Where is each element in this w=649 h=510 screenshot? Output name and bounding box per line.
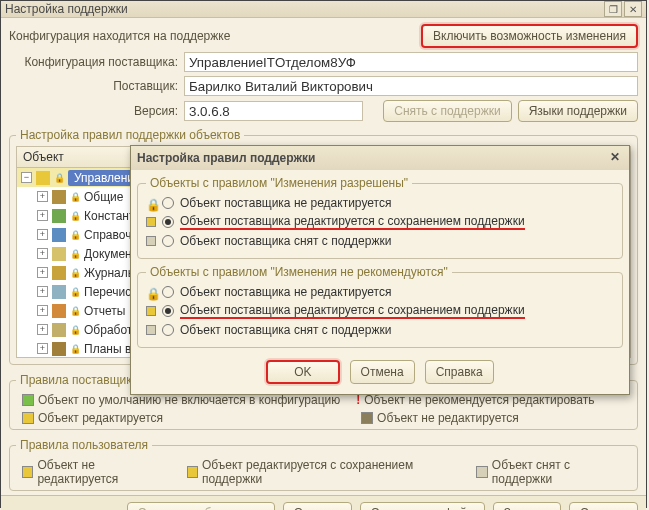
g1-opt3[interactable]: Объект поставщика снят с поддержки [146,232,614,250]
g2-opt3[interactable]: Объект поставщика снят с поддержки [146,321,614,339]
allowed-changes-group: Объекты с правилом "Изменения разрешены"… [137,176,623,259]
g2-opt2[interactable]: Объект поставщика редактируется с сохран… [146,301,614,321]
lock-icon: 🔒 [70,230,80,240]
titlebar: Настройка поддержки ❐ ✕ [1,1,646,18]
lock-icon: 🔒 [70,325,80,335]
tree-row-label: Отчеты [84,304,125,318]
radio-icon[interactable] [162,235,174,247]
vendor-config-field[interactable] [184,52,638,72]
report-icon [52,304,66,318]
doc-icon [52,247,66,261]
user-rules-legend: Правила пользователя [16,438,152,452]
version-label: Версия: [9,104,184,118]
g2-opt3-label: Объект поставщика снят с поддержки [180,323,391,337]
vendor-rules-legend: Правила поставщика [16,373,142,387]
g2-opt1-label: Объект поставщика не редактируется [180,285,391,299]
rules-group-legend: Настройка правил поддержки объектов [16,128,244,142]
grid-green-icon [52,209,66,223]
not-recommended-legend: Объекты с правилом "Изменения не рекомен… [146,265,452,279]
remove-support-button[interactable]: Снять с поддержки [383,100,511,122]
cube-yellow-icon [146,306,156,316]
vendor-rule-0: Объект по умолчанию не включается в конф… [38,393,340,407]
lock-icon: 🔒 [70,249,80,259]
g1-opt1[interactable]: 🔒 Объект поставщика не редактируется [146,194,614,212]
gear-icon [52,190,66,204]
help-button[interactable]: Справка [569,502,638,510]
lock-icon: 🔒 [146,287,156,297]
compare-merge-button[interactable]: Сравнить, объединить [127,502,275,510]
save-to-file-button[interactable]: Сохранить в файл [360,502,485,510]
window-title: Настройка поддержки [5,2,602,16]
vendor-rule-3: Объект не редактируется [377,411,519,425]
expand-icon[interactable]: + [37,229,48,240]
expand-icon[interactable]: + [37,210,48,221]
enable-editing-button[interactable]: Включить возможность изменения [421,24,638,48]
grid-blue-icon [52,228,66,242]
g1-opt2-label: Объект поставщика редактируется с сохран… [180,214,525,230]
version-field[interactable] [184,101,363,121]
expand-icon[interactable]: + [37,286,48,297]
lock-icon: 🔒 [146,198,156,208]
radio-icon[interactable] [162,197,174,209]
vendor-field[interactable] [184,76,638,96]
radio-icon[interactable] [162,216,174,228]
dialog-title: Настройка правил поддержки [137,151,607,165]
expand-icon[interactable]: + [37,305,48,316]
lock-icon: 🔒 [54,173,64,183]
vendor-config-label: Конфигурация поставщика: [9,55,184,69]
expand-icon[interactable]: + [37,267,48,278]
user-rule-2: Объект снят с поддержки [492,458,625,486]
expand-icon[interactable]: + [37,191,48,202]
expand-icon[interactable]: + [37,324,48,335]
bottom-bar: Сравнить, объединить Открыть Сохранить в… [1,495,646,510]
radio-icon[interactable] [162,305,174,317]
window-close-icon[interactable]: ✕ [624,1,642,17]
lock-icon: 🔒 [70,192,80,202]
cube-dark-icon [361,412,373,424]
lock-icon: 🔒 [70,268,80,278]
lock-icon: 🔒 [70,211,80,221]
tree-row-label: Общие [84,190,123,204]
close-button[interactable]: Закрыть [493,502,561,510]
radio-icon[interactable] [162,286,174,298]
cube-silver-icon [146,236,156,246]
expand-icon[interactable]: − [21,172,32,183]
allowed-changes-legend: Объекты с правилом "Изменения разрешены" [146,176,412,190]
cube-silver-icon [146,325,156,335]
g1-opt1-label: Объект поставщика не редактируется [180,196,391,210]
cube-silver-icon [476,466,487,478]
dialog-cancel-button[interactable]: Отмена [350,360,415,384]
vendor-rule-2: Объект редактируется [38,411,163,425]
g2-opt2-label: Объект поставщика редактируется с сохран… [180,303,525,319]
vendor-rule-1: Объект не рекомендуется редактировать [364,393,594,407]
g1-opt3-label: Объект поставщика снят с поддержки [180,234,391,248]
red-x-icon: ! [356,393,360,407]
vendor-label: Поставщик: [9,79,184,93]
dialog-close-icon[interactable]: ✕ [607,150,623,166]
window-restore-icon[interactable]: ❐ [604,1,622,17]
process-icon [52,323,66,337]
lock-icon: 🔒 [70,306,80,316]
user-rule-0: Объект не редактируется [37,458,170,486]
user-rule-1: Объект редактируется с сохранением подде… [202,458,461,486]
radio-icon[interactable] [162,324,174,336]
cube-yellow-icon [22,412,34,424]
g2-opt1[interactable]: 🔒 Объект поставщика не редактируется [146,283,614,301]
lock-icon: 🔒 [70,287,80,297]
list-icon [52,285,66,299]
lock-icon: 🔒 [70,344,80,354]
not-recommended-group: Объекты с правилом "Изменения не рекомен… [137,265,623,348]
support-rules-dialog: Настройка правил поддержки ✕ Объекты с п… [130,145,630,395]
g1-opt2[interactable]: Объект поставщика редактируется с сохран… [146,212,614,232]
dialog-ok-button[interactable]: OK [266,360,339,384]
expand-icon[interactable]: + [37,248,48,259]
cube-yellow-icon [36,171,50,185]
open-button[interactable]: Открыть [283,502,352,510]
cube-yellow-icon [22,466,33,478]
support-languages-button[interactable]: Языки поддержки [518,100,638,122]
user-rules-group: Правила пользователя Объект не редактиру… [9,438,638,491]
expand-icon[interactable]: + [37,343,48,354]
dialog-help-button[interactable]: Справка [425,360,494,384]
cube-green-icon [22,394,34,406]
cube-yellow-icon [187,466,198,478]
